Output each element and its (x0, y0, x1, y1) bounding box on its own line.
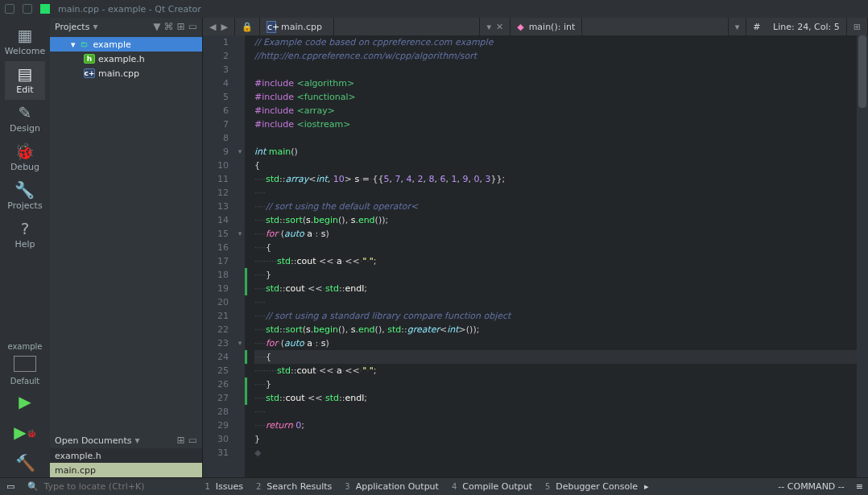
bottom-bar: ▭ 🔍 1Issues2Search Results3Application O… (0, 477, 868, 495)
lock-icon[interactable]: 🔒 (242, 22, 253, 32)
mode-projects[interactable]: 🔧Projects (5, 177, 45, 216)
filter-icon[interactable]: ▼ (153, 21, 160, 32)
dropdown-icon[interactable]: ▾ (93, 21, 97, 32)
kit-config[interactable]: Default (10, 377, 40, 386)
current-file-label: main.cpp (281, 22, 322, 32)
dropdown-icon[interactable]: ▾ (135, 435, 140, 446)
project-tree[interactable]: ▾🗀examplehexample.hc+main.cpp (50, 35, 202, 82)
chevron-down-icon: ▾ (71, 39, 76, 50)
symbol-dropdown-icon[interactable]: ▾ (735, 22, 740, 32)
projects-header: Projects ▾ ▼ ⌘ ⊞ ▭ (50, 18, 202, 35)
output-pane-issues[interactable]: 1Issues (198, 481, 250, 492)
nav-back-forward[interactable]: ◀▶ (203, 18, 235, 35)
pane-label: Compile Output (462, 481, 532, 492)
file-selector[interactable]: c+ main.cpp (260, 18, 334, 35)
hash-label: # (753, 22, 760, 32)
current-symbol-label: main(): int (529, 22, 576, 32)
pane-number: 3 (345, 482, 349, 491)
mode-design[interactable]: ✎Design (5, 100, 45, 138)
output-menu-icon[interactable]: ≡ (851, 481, 868, 492)
pane-label: Debugger Console (556, 481, 638, 492)
debug-run-button[interactable]: ▶🐞 (14, 418, 35, 447)
doc-icon: ▤ (18, 66, 33, 82)
split-editor-icon[interactable]: ⊞ (854, 22, 861, 32)
mode-label: Debug (10, 162, 39, 172)
win-maximize-icon[interactable] (23, 4, 32, 14)
open-doc-item[interactable]: example.h (50, 448, 202, 463)
kit-name[interactable]: example (7, 342, 42, 351)
search-icon: 🔍 (27, 481, 39, 492)
window-title: main.cpp - example - Qt Creator (58, 4, 201, 14)
output-pane-application-output[interactable]: 3Application Output (338, 481, 445, 492)
open-docs-label[interactable]: Open Documents (55, 435, 132, 446)
vim-mode-label: -- COMMAND -- (771, 481, 850, 492)
run-button[interactable]: ▶ (19, 387, 31, 416)
nav-back-icon[interactable]: ◀ (209, 22, 216, 32)
pane-number: 4 (452, 482, 457, 491)
mode-label: Welcome (5, 46, 45, 56)
line-col-label: Line: 24, Col: 5 (773, 22, 840, 32)
mode-label: Edit (16, 85, 33, 95)
line-col-indicator[interactable]: # Line: 24, Col: 5 (746, 18, 847, 35)
tree-item[interactable]: hexample.h (50, 52, 202, 66)
open-docs-header: Open Documents ▾ ⊞ ▭ (50, 432, 202, 448)
pane-number: 1 (205, 482, 209, 491)
win-minimize-icon[interactable] (5, 4, 14, 14)
bug-icon: 🐞 (14, 143, 35, 159)
tree-item-label: example (93, 39, 131, 50)
pencil-icon: ✎ (19, 105, 32, 121)
symbol-icon: ◆ (517, 22, 523, 32)
output-pane-search-results[interactable]: 2Search Results (250, 481, 338, 492)
mode-label: Projects (7, 200, 42, 211)
pane-label: Issues (216, 481, 243, 492)
tree-item[interactable]: c+main.cpp (50, 66, 202, 80)
mode-debug[interactable]: 🐞Debug (5, 138, 45, 177)
line-number-gutter[interactable]: 1234567891011121314151617181920212223242… (203, 35, 235, 477)
projects-header-label[interactable]: Projects (55, 22, 89, 32)
cpp-file-icon: c+ (84, 68, 95, 78)
open-doc-item[interactable]: main.cpp (50, 463, 202, 477)
scrollbar-thumb[interactable] (858, 35, 866, 108)
symbol-selector[interactable]: ◆ main(): int (510, 18, 582, 35)
nav-fwd-icon[interactable]: ▶ (221, 22, 227, 32)
mode-help[interactable]: ?Help (5, 216, 45, 254)
locator[interactable]: 🔍 (21, 481, 198, 492)
output-pane-compile-output[interactable]: 4Compile Output (445, 481, 539, 492)
cpp-file-icon: c+ (267, 21, 276, 33)
pane-number: 2 (256, 482, 261, 491)
mode-edit[interactable]: ▤Edit (5, 61, 45, 100)
panel-close-icon[interactable]: ▭ (188, 435, 197, 446)
target-selector-icon[interactable] (14, 356, 36, 372)
split-add-icon[interactable]: ⊞ (177, 21, 185, 32)
close-doc-icon[interactable]: ✕ (496, 22, 503, 32)
more-panes-icon[interactable]: ▸ (644, 481, 649, 492)
split-add-icon[interactable]: ⊞ (177, 435, 185, 446)
pane-number: 5 (545, 482, 550, 491)
vertical-scrollbar[interactable] (857, 35, 868, 477)
tree-item-label: main.cpp (98, 68, 139, 79)
grid-icon: ▦ (18, 27, 33, 43)
header-file-icon: h (84, 54, 95, 64)
tree-item-label: example.h (98, 54, 145, 64)
build-button[interactable]: 🔨 (15, 448, 35, 477)
link-icon[interactable]: ⌘ (164, 21, 174, 32)
file-dropdown-icon[interactable]: ▾ (486, 22, 491, 32)
close-sidebar-button[interactable]: ▭ (0, 478, 21, 495)
window-titlebar: main.cpp - example - Qt Creator (0, 0, 868, 18)
open-docs-list[interactable]: example.hmain.cpp (50, 448, 202, 477)
locator-input[interactable] (43, 481, 180, 492)
wrench-icon: 🔧 (14, 182, 35, 198)
output-pane-debugger-console[interactable]: 5Debugger Console (539, 481, 644, 492)
code-editor[interactable]: // Example code based on cppreference.co… (250, 35, 857, 477)
panel-close-icon[interactable]: ▭ (188, 21, 197, 32)
mode-label: Design (10, 123, 40, 134)
fold-column[interactable]: ▾▾▾ (235, 35, 245, 477)
navigator-pane: Projects ▾ ▼ ⌘ ⊞ ▭ ▾🗀examplehexample.hc+… (50, 18, 203, 477)
pane-label: Search Results (267, 481, 332, 492)
folder-icon: 🗀 (79, 39, 90, 49)
mode-label: Help (14, 239, 35, 250)
help-icon: ? (21, 221, 30, 237)
editor-area: ◀▶ 🔒 c+ main.cpp ▾✕ ◆ main(): int ▾ # Li (203, 18, 868, 477)
mode-welcome[interactable]: ▦Welcome (5, 23, 45, 61)
tree-item[interactable]: ▾🗀example (50, 37, 202, 52)
